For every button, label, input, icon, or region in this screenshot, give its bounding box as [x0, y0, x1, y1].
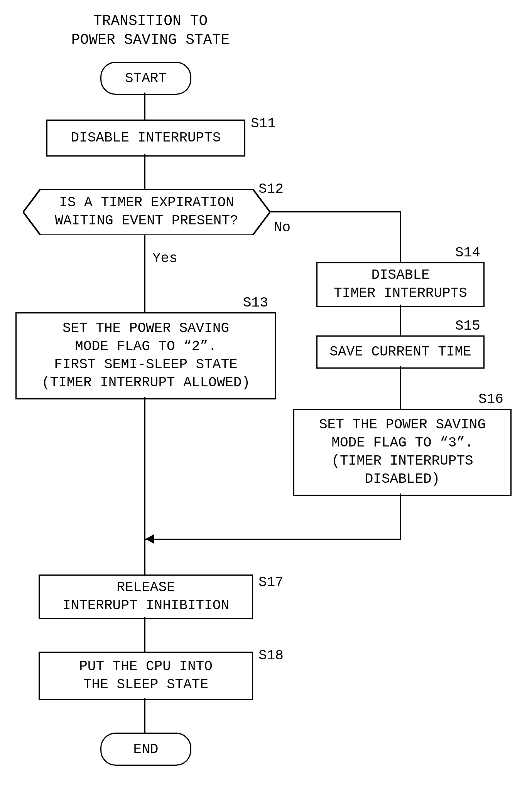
node-s12: IS A TIMER EXPIRATION WAITING EVENT PRES… — [23, 189, 270, 235]
node-s16: SET THE POWER SAVING MODE FLAG TO “3”. (… — [293, 409, 512, 496]
node-start: START — [100, 62, 191, 95]
branch-no-label: No — [274, 220, 290, 236]
connector — [145, 539, 401, 540]
node-s18: PUT THE CPU INTO THE SLEEP STATE — [39, 652, 253, 700]
connector — [400, 211, 401, 262]
node-end-label: END — [133, 741, 159, 757]
node-s15: SAVE CURRENT TIME — [316, 335, 485, 369]
node-s11: DISABLE INTERRUPTS — [46, 120, 245, 157]
connector — [144, 154, 145, 189]
node-s13-label: SET THE POWER SAVING MODE FLAG TO “2”. F… — [42, 320, 250, 392]
connector — [144, 397, 145, 574]
step-label-s14: S14 — [455, 245, 480, 261]
node-s16-label: SET THE POWER SAVING MODE FLAG TO “3”. (… — [319, 416, 486, 488]
step-label-s11: S11 — [251, 116, 276, 131]
node-s14: DISABLE TIMER INTERRUPTS — [316, 262, 485, 307]
connector — [144, 235, 145, 312]
node-s15-label: SAVE CURRENT TIME — [329, 343, 471, 361]
connector — [144, 698, 145, 733]
node-s11-label: DISABLE INTERRUPTS — [71, 129, 221, 147]
connector — [270, 211, 401, 212]
step-label-s13: S13 — [243, 295, 268, 311]
node-end: END — [100, 733, 191, 766]
step-label-s12: S12 — [258, 181, 284, 197]
diagram-title: TRANSITION TO POWER SAVING STATE — [46, 12, 255, 50]
node-s14-label: DISABLE TIMER INTERRUPTS — [334, 266, 467, 303]
node-s17: RELEASE INTERRUPT INHIBITION — [39, 574, 253, 619]
step-label-s16: S16 — [478, 391, 503, 407]
node-s18-label: PUT THE CPU INTO THE SLEEP STATE — [79, 658, 213, 694]
step-label-s15: S15 — [455, 318, 480, 334]
connector — [400, 494, 401, 540]
node-s12-label: IS A TIMER EXPIRATION WAITING EVENT PRES… — [23, 189, 270, 235]
branch-yes-label: Yes — [152, 251, 177, 266]
flowchart-canvas: TRANSITION TO POWER SAVING STATE START D… — [0, 0, 532, 812]
connector — [144, 93, 145, 120]
connector — [400, 305, 401, 335]
node-s13: SET THE POWER SAVING MODE FLAG TO “2”. F… — [15, 312, 276, 399]
arrowhead-icon — [145, 534, 154, 544]
connector — [400, 366, 401, 409]
step-label-s18: S18 — [258, 648, 284, 664]
node-s17-label: RELEASE INTERRUPT INHIBITION — [62, 579, 229, 615]
connector — [144, 617, 145, 652]
node-start-label: START — [125, 71, 167, 86]
step-label-s17: S17 — [258, 574, 284, 590]
